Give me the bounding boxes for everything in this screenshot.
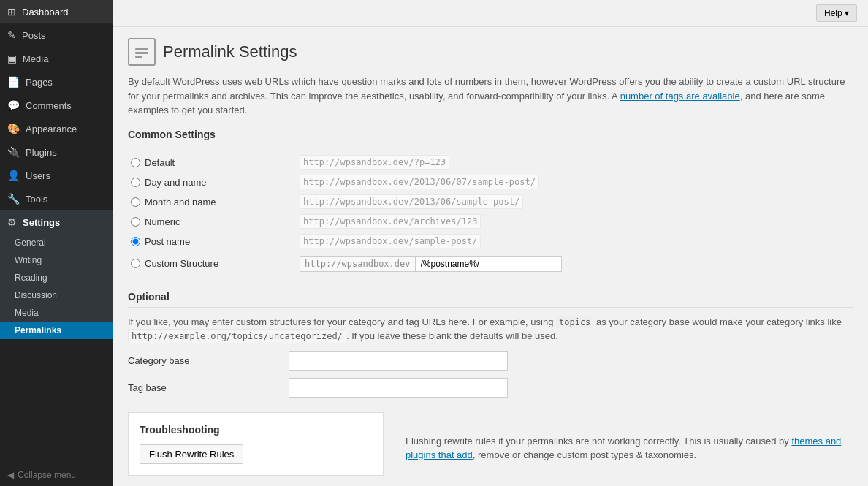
plugins-icon: 🔌 (7, 146, 20, 158)
main-area: Help ▾ Permalink Settings By default Wor… (113, 0, 868, 486)
page-description: By default WordPress uses web URLs which… (128, 75, 853, 118)
sidebar-item-posts-label: Posts (22, 30, 46, 41)
category-base-input[interactable] (289, 351, 508, 371)
sidebar-item-pages-label: Pages (26, 77, 53, 88)
optional-code-path: http://example.org/topics/uncategorized/ (128, 329, 346, 343)
flush-rewrite-rules-button[interactable]: Flush Rewrite Rules (140, 444, 243, 464)
tag-base-label: Tag base (128, 382, 289, 393)
troubleshooting-section: Troubleshooting Flush Rewrite Rules Flus… (128, 405, 853, 476)
page-icon (128, 38, 156, 66)
category-base-row: Category base (128, 351, 853, 371)
collapse-menu-button[interactable]: ◀ Collapse menu (0, 464, 113, 486)
topbar: Help ▾ (113, 0, 868, 27)
custom-structure-input[interactable] (416, 256, 562, 272)
month-and-name-radio[interactable] (131, 197, 140, 207)
page-title: Permalink Settings (163, 42, 297, 61)
help-button[interactable]: Help ▾ (816, 4, 857, 22)
sidebar-item-settings[interactable]: ⚙ Settings (0, 210, 113, 234)
flush-desc-2: , remove or change custom post types & t… (473, 449, 696, 460)
sidebar-item-plugins[interactable]: 🔌 Plugins (0, 140, 113, 164)
sidebar: ⊞ Dashboard ✎ Posts ▣ Media 📄 Pages 💬 Co… (0, 0, 113, 486)
pages-icon: 📄 (7, 76, 20, 88)
sidebar-item-comments-label: Comments (26, 100, 72, 111)
collapse-menu-label: Collapse menu (18, 470, 76, 480)
post-name-url-example: http://wpsandbox.dev/sample-post/ (300, 234, 481, 248)
optional-desc-3: . If you leave these blank the defaults … (346, 330, 558, 341)
sidebar-sub-reading[interactable]: Reading (0, 269, 113, 286)
comments-icon: 💬 (7, 99, 20, 111)
month-and-name-option-label[interactable]: Month and name (131, 197, 286, 208)
default-url-example: http://wpsandbox.dev/?p=123 (300, 155, 449, 170)
table-row: Post name http://wpsandbox.dev/sample-po… (128, 232, 853, 251)
day-and-name-label-text: Day and name (145, 177, 207, 188)
sidebar-item-users-label: Users (26, 170, 50, 181)
sidebar-item-comments[interactable]: 💬 Comments (0, 94, 113, 117)
custom-structure-label-text: Custom Structure (145, 258, 218, 269)
collapse-arrow-icon: ◀ (7, 470, 14, 480)
month-and-name-url-example: http://wpsandbox.dev/2013/06/sample-post… (300, 194, 523, 209)
table-row: Month and name http://wpsandbox.dev/2013… (128, 192, 853, 212)
day-and-name-url-example: http://wpsandbox.dev/2013/06/07/sample-p… (300, 175, 539, 189)
flush-desc-1: Flushing rewrite rules if your permalink… (406, 436, 791, 447)
optional-desc-1: If you like, you may enter custom struct… (128, 316, 556, 327)
troubleshooting-title: Troubleshooting (140, 424, 372, 436)
day-and-name-radio[interactable] (131, 178, 140, 187)
svg-rect-0 (135, 48, 148, 50)
sidebar-item-plugins-label: Plugins (26, 147, 57, 158)
sidebar-item-media-label: Media (23, 53, 48, 64)
numeric-label-text: Numeric (145, 216, 180, 227)
post-name-label-text: Post name (145, 236, 190, 247)
sidebar-sub-media[interactable]: Media (0, 304, 113, 322)
month-and-name-label-text: Month and name (145, 197, 216, 208)
tag-base-input[interactable] (289, 378, 508, 398)
table-row: Day and name http://wpsandbox.dev/2013/0… (128, 172, 853, 192)
sidebar-sub-permalinks[interactable]: Permalinks (0, 322, 113, 339)
media-icon: ▣ (7, 53, 17, 64)
appearance-icon: 🎨 (7, 123, 20, 134)
sidebar-sub-general[interactable]: General (0, 234, 113, 251)
settings-submenu: General Writing Reading Discussion Media… (0, 234, 113, 339)
sidebar-item-appearance[interactable]: 🎨 Appearance (0, 117, 113, 140)
page-title-wrap: Permalink Settings (128, 38, 853, 66)
posts-icon: ✎ (7, 29, 16, 41)
sidebar-item-media[interactable]: ▣ Media (0, 47, 113, 70)
sidebar-item-posts[interactable]: ✎ Posts (0, 23, 113, 47)
default-radio[interactable] (131, 158, 140, 167)
optional-desc-2: as your category base would make your ca… (593, 316, 842, 327)
users-icon: 👤 (7, 170, 20, 181)
sidebar-item-dashboard[interactable]: ⊞ Dashboard (0, 0, 113, 23)
sidebar-item-pages[interactable]: 📄 Pages (0, 70, 113, 94)
sidebar-item-settings-label: Settings (23, 217, 60, 228)
table-row: Custom Structure http://wpsandbox.dev (128, 251, 853, 276)
custom-structure-wrap: http://wpsandbox.dev (300, 256, 850, 272)
sidebar-sub-writing[interactable]: Writing (0, 251, 113, 269)
optional-topics-code: topics (556, 316, 593, 328)
default-label-text: Default (145, 157, 175, 168)
day-and-name-option-label[interactable]: Day and name (131, 177, 286, 188)
sidebar-item-appearance-label: Appearance (26, 124, 77, 134)
sidebar-item-users[interactable]: 👤 Users (0, 164, 113, 187)
tags-available-link[interactable]: number of tags are available (620, 91, 740, 102)
custom-structure-radio[interactable] (131, 259, 140, 268)
permalink-options-table: Default http://wpsandbox.dev/?p=123 Day … (128, 153, 853, 276)
post-name-option-label[interactable]: Post name (131, 236, 286, 247)
sidebar-sub-discussion[interactable]: Discussion (0, 286, 113, 304)
numeric-option-label[interactable]: Numeric (131, 216, 286, 227)
post-name-radio[interactable] (131, 237, 140, 246)
sidebar-item-tools[interactable]: 🔧 Tools (0, 187, 113, 210)
default-option-label[interactable]: Default (131, 157, 286, 168)
custom-base-text: http://wpsandbox.dev (300, 256, 416, 272)
numeric-radio[interactable] (131, 217, 140, 227)
custom-structure-option-label[interactable]: Custom Structure (131, 258, 286, 269)
sidebar-item-dashboard-label: Dashboard (22, 7, 69, 18)
tools-icon: 🔧 (7, 193, 20, 205)
tag-base-row: Tag base (128, 378, 853, 398)
numeric-url-example: http://wpsandbox.dev/archives/123 (300, 214, 481, 229)
dashboard-icon: ⊞ (7, 6, 16, 18)
optional-section-title: Optional (128, 291, 853, 308)
common-settings-title: Common Settings (128, 129, 853, 145)
table-row: Default http://wpsandbox.dev/?p=123 (128, 153, 853, 172)
optional-description: If you like, you may enter custom struct… (128, 315, 853, 343)
sidebar-item-tools-label: Tools (26, 194, 47, 205)
content-area: Permalink Settings By default WordPress … (113, 27, 868, 486)
